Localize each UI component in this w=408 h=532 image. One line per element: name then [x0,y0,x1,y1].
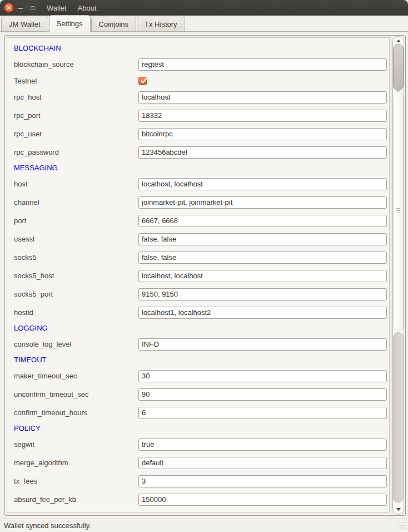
section-header-logging: LOGGING [14,322,387,335]
field-value: localhost [142,93,170,101]
arrow-up-icon [396,40,401,42]
check-icon [139,76,148,86]
hostid-input[interactable]: localhost1, localhost2 [138,307,387,319]
field-value: 9150, 9150 [142,290,178,298]
tab-tx-history[interactable]: Tx History [137,17,185,31]
settings-row: console_log_levelINFO [14,335,387,353]
field-value: 6667, 6668 [142,216,178,225]
field-label: usessl [14,235,138,243]
testnet-checkbox[interactable] [138,77,147,85]
maker_timeout_sec-input[interactable]: 30 [138,370,387,382]
field-label: console_log_level [14,340,138,348]
field-value: localhost, localhost [142,180,203,188]
settings-row: maker_timeout_sec30 [14,367,387,385]
settings-row: channeljoinmarket-pit, joinmarket-pit [14,193,387,211]
confirm_timeout_hours-input[interactable]: 6 [138,407,387,419]
field-value: false, false [142,253,176,262]
settings-row [14,509,387,513]
settings-row: segwittrue [14,435,387,454]
section-header-blockchain: BLOCKCHAIN [14,42,387,55]
tab-jm-wallet[interactable]: JM Wallet [1,17,48,31]
settings-row: socks5_hostlocalhost, localhost [14,267,387,285]
merge_algorithm-input[interactable]: default [138,457,387,469]
settings-row: absurd_fee_per_kb150000 [14,490,387,509]
settings-row: rpc_password123456abcdef [14,143,387,161]
settings-row: tx_fees3 [14,472,387,490]
scrollbar-trough-lower[interactable] [393,332,404,503]
field-label: channel [14,198,138,206]
field-value: 18332 [142,111,162,120]
maximize-button[interactable] [27,3,37,13]
port-input[interactable]: 6667, 6668 [138,215,387,227]
titlebar: ✕ Wallet About [0,0,408,16]
field-value: 6 [142,408,146,417]
field-label: socks5_host [14,272,138,280]
settings-row: socks5_port9150, 9150 [14,285,387,303]
rpc_user-input[interactable]: bitcoinrpc [138,128,387,140]
settings-row: rpc_hostlocalhost [14,88,387,106]
settings-row: blockchain_sourceregtest [14,55,387,73]
field-value: localhost, localhost [142,272,203,280]
rpc_password-input[interactable]: 123456abcdef [138,146,387,159]
field-label: port [14,216,138,225]
maximize-icon [31,6,34,10]
close-button[interactable]: ✕ [4,3,14,13]
scrollbar-track[interactable] [392,36,404,515]
tab-settings[interactable]: Settings [49,15,91,32]
field-label: segwit [14,440,138,449]
segwit-input[interactable]: true [138,439,387,451]
rpc_host-input[interactable]: localhost [138,91,387,104]
socks5_host-input[interactable]: localhost, localhost [138,270,387,282]
field-label: rpc_password [14,148,138,156]
statusbar: Wallet synced successfully. [0,519,408,532]
field-value: 90 [142,390,150,398]
settings-row: socks5false, false [14,248,387,267]
menu-about[interactable]: About [77,3,98,13]
rpc_port-input[interactable]: 18332 [138,110,387,122]
scrollbar-down-button[interactable] [393,506,404,513]
app-window: ✕ Wallet About JM Wallet Settings Coinjo… [0,0,408,532]
settings-page: BLOCKCHAINblockchain_sourceregtestTestne… [0,32,408,519]
blockchain_source-input[interactable]: regtest [138,58,387,71]
usessl-input[interactable]: false, false [138,233,387,245]
minimize-button[interactable] [16,3,26,13]
field-value: localhost1, localhost2 [142,308,211,317]
settings-row: rpc_port18332 [14,106,387,125]
settings-row: hostlocalhost, localhost [14,175,387,193]
partial-input[interactable] [138,512,387,513]
scrollbar-slider[interactable] [393,91,404,331]
grip-lines-icon [396,208,400,214]
field-label: Testnet [14,77,138,85]
tabbar: JM Wallet Settings Coinjoins Tx History [0,16,408,32]
host-input[interactable]: localhost, localhost [138,178,387,190]
menu-wallet[interactable]: Wallet [46,3,68,13]
section-header-policy: POLICY [14,422,387,435]
field-value: INFO [142,340,159,348]
settings-row: hostidlocalhost1, localhost2 [14,303,387,322]
tab-coinjoins[interactable]: Coinjoins [91,17,136,31]
console_log_level-input[interactable]: INFO [138,338,387,351]
field-label: rpc_port [14,111,138,120]
settings-scroll-area: BLOCKCHAINblockchain_sourceregtestTestne… [4,35,406,516]
field-label: confirm_timeout_hours [14,408,138,417]
field-value: bitcoinrpc [142,130,173,138]
section-header-timeout: TIMEOUT [14,353,387,367]
absurd_fee_per_kb-input[interactable]: 150000 [138,494,387,506]
field-value: 123456abcdef [142,148,187,156]
resize-grip[interactable] [397,521,406,530]
field-value: regtest [142,60,164,68]
field-label: unconfirm_timeout_sec [14,390,138,398]
channel-input[interactable]: joinmarket-pit, joinmarket-pit [138,196,387,209]
socks5-input[interactable]: false, false [138,252,387,264]
vertical-scrollbar[interactable] [391,36,405,515]
field-label: host [14,180,138,188]
scroll-viewport: BLOCKCHAINblockchain_sourceregtestTestne… [5,36,391,515]
section-header-messaging: MESSAGING [14,161,387,175]
scrollbar-thumb[interactable] [393,44,404,91]
settings-row: usesslfalse, false [14,230,387,248]
socks5_port-input[interactable]: 9150, 9150 [138,288,387,301]
field-label: rpc_user [14,130,138,138]
tx_fees-input[interactable]: 3 [138,475,387,487]
unconfirm_timeout_sec-input[interactable]: 90 [138,388,387,401]
close-icon: ✕ [6,5,11,11]
